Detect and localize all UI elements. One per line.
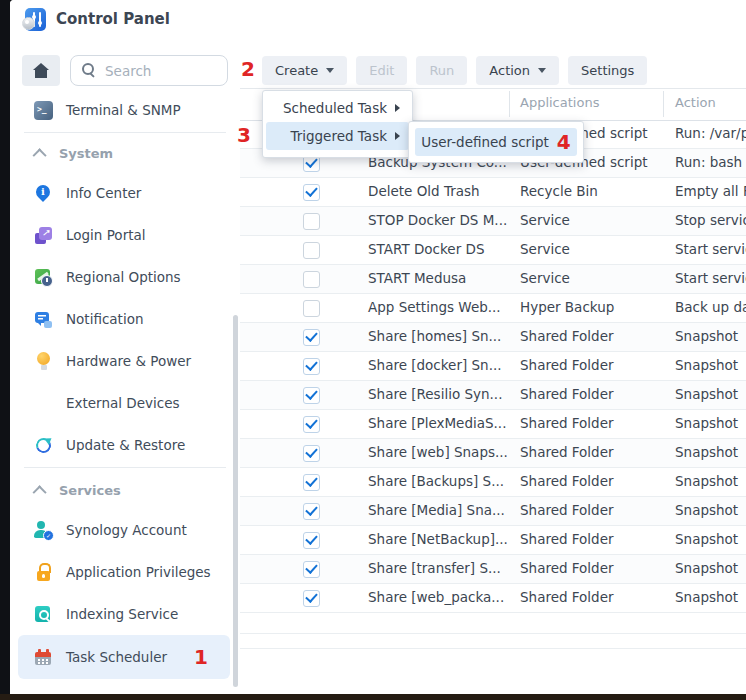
row-checkbox[interactable] [303, 213, 320, 230]
info-center-icon [34, 184, 53, 203]
action-cell: Snapshot [675, 531, 738, 547]
row-checkbox[interactable] [303, 329, 320, 346]
sidebar-scrollbar[interactable] [233, 315, 238, 687]
table-row[interactable]: Share [Backups] S...Shared FolderSnapsho… [240, 468, 746, 497]
chevron-up-icon [33, 148, 47, 162]
search-input[interactable] [103, 57, 222, 84]
sidebar-section-services[interactable]: Services [10, 472, 240, 509]
sidebar-divider [24, 467, 226, 468]
task-name-cell: Delete Old Trash [368, 183, 480, 199]
action-cell: Run: bash / [675, 154, 746, 170]
applications-cell: Shared Folder [520, 386, 614, 402]
row-checkbox[interactable] [303, 445, 320, 462]
action-cell: Start servic [675, 270, 746, 286]
main-panel: CreateEditRunActionSettings Applications… [240, 39, 746, 694]
table-row[interactable]: Share [NetBackup]...Shared FolderSnapsho… [240, 526, 746, 555]
sidebar-item-external-devices[interactable]: External Devices [10, 382, 240, 424]
table-row[interactable]: Share [Media] Sna...Shared FolderSnapsho… [240, 497, 746, 526]
row-checkbox[interactable] [303, 387, 320, 404]
applications-cell: Service [520, 212, 570, 228]
sidebar-item-notification[interactable]: Notification [10, 298, 240, 340]
chevron-up-icon [33, 485, 47, 499]
settings-button[interactable]: Settings [568, 56, 647, 85]
sidebar-item-info-center[interactable]: Info Center [10, 172, 240, 214]
row-checkbox[interactable] [303, 242, 320, 259]
row-checkbox[interactable] [303, 532, 320, 549]
sidebar-item-label: Terminal & SNMP [66, 102, 181, 118]
row-checkbox[interactable] [303, 590, 320, 607]
menu-item-triggered-task[interactable]: Triggered Task [266, 122, 409, 150]
run-button: Run [416, 56, 467, 85]
button-label: Run [429, 56, 454, 85]
create-button[interactable]: Create [262, 56, 347, 85]
column-separator [509, 91, 510, 117]
table-footer-line [240, 633, 746, 634]
sidebar-item-update-restore[interactable]: Update & Restore [10, 424, 240, 466]
task-name-cell: Share [Media] Sna... [368, 502, 505, 518]
action-button[interactable]: Action [476, 56, 559, 85]
sidebar-item-application-privileges[interactable]: Application Privileges [10, 551, 240, 593]
triggered-task-submenu: User-defined script 4 [408, 121, 584, 163]
table-row[interactable]: START MedusaServiceStart servic [240, 265, 746, 294]
table-row[interactable]: Share [Resilio Syn...Shared FolderSnapsh… [240, 381, 746, 410]
sidebar-item-task-scheduler[interactable]: Task Scheduler1 [18, 635, 230, 679]
window-titlebar: Control Panel [10, 0, 746, 40]
sidebar-item-synology-account[interactable]: Synology Account [10, 509, 240, 551]
applications-cell: Shared Folder [520, 328, 614, 344]
row-checkbox[interactable] [303, 300, 320, 317]
search-icon [82, 63, 96, 77]
sidebar-item-label: Indexing Service [66, 606, 178, 622]
notification-icon [34, 310, 53, 329]
applications-cell: Service [520, 241, 570, 257]
task-name-cell: Share [web_packa... [368, 589, 504, 605]
table-row[interactable]: STOP Docker DS M...ServiceStop servic [240, 207, 746, 236]
row-checkbox[interactable] [303, 561, 320, 578]
button-label: Create [275, 56, 318, 85]
table-row[interactable]: Share [web] Snaps...Shared FolderSnapsho… [240, 439, 746, 468]
terminal-icon [34, 101, 53, 120]
action-cell: Snapshot [675, 357, 738, 373]
action-cell: Stop servic [675, 212, 746, 228]
applications-cell: Service [520, 270, 570, 286]
table-row[interactable]: START Docker DSServiceStart servic [240, 236, 746, 265]
applications-cell: Shared Folder [520, 444, 614, 460]
column-header-action[interactable]: Action [675, 95, 716, 110]
action-cell: Snapshot [675, 502, 738, 518]
menu-item-user-defined-script[interactable]: User-defined script 4 [415, 128, 577, 156]
row-checkbox[interactable] [303, 503, 320, 520]
task-name-cell: Share [transfer] S... [368, 560, 501, 576]
sidebar-item-hardware-power[interactable]: Hardware & Power [10, 340, 240, 382]
sidebar-divider [24, 132, 226, 133]
table-row[interactable]: Delete Old TrashRecycle BinEmpty all R [240, 178, 746, 207]
annotation-1: 1 [194, 645, 208, 669]
sidebar-item-regional-options[interactable]: Regional Options [10, 256, 240, 298]
table-row[interactable]: Share [web_packa...Shared FolderSnapshot [240, 584, 746, 613]
update-restore-icon [34, 436, 53, 455]
sidebar-item-label: Info Center [66, 185, 141, 201]
column-header-applications[interactable]: Applications [520, 95, 599, 110]
desktop-edge [0, 694, 746, 700]
row-checkbox[interactable] [303, 184, 320, 201]
table-row[interactable]: Share [homes] Sn...Shared FolderSnapshot [240, 323, 746, 352]
menu-item-scheduled-task[interactable]: Scheduled Task [266, 94, 409, 122]
annotation-3: 3 [237, 123, 251, 147]
row-checkbox[interactable] [303, 271, 320, 288]
task-scheduler-icon [34, 648, 53, 667]
home-button[interactable] [22, 55, 60, 86]
menu-item-label: Triggered Task [290, 128, 387, 144]
task-name-cell: Share [web] Snaps... [368, 444, 508, 460]
applications-cell: Hyper Backup [520, 299, 614, 315]
row-checkbox[interactable] [303, 358, 320, 375]
applications-cell: Shared Folder [520, 415, 614, 431]
row-checkbox[interactable] [303, 416, 320, 433]
table-row[interactable]: Share [transfer] S...Shared FolderSnapsh… [240, 555, 746, 584]
table-row[interactable]: Share [docker] Sn...Shared FolderSnapsho… [240, 352, 746, 381]
sidebar-item-terminal-snmp[interactable]: Terminal & SNMP [10, 89, 240, 131]
sidebar-item-login-portal[interactable]: Login Portal [10, 214, 240, 256]
table-row[interactable]: Share [PlexMediaS...Shared FolderSnapsho… [240, 410, 746, 439]
sidebar-section-system[interactable]: System [10, 135, 240, 172]
table-row[interactable]: App Settings Web...Hyper BackupBack up d… [240, 294, 746, 323]
sidebar-item-indexing-service[interactable]: Indexing Service [10, 593, 240, 635]
action-cell: Snapshot [675, 560, 738, 576]
row-checkbox[interactable] [303, 474, 320, 491]
